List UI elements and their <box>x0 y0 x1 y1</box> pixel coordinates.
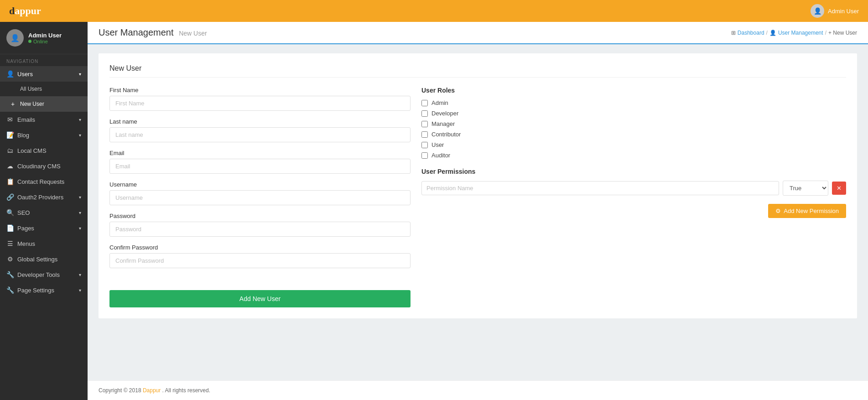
sidebar-item-seo[interactable]: 🔍 SEO ▾ <box>0 205 88 220</box>
contact-requests-icon: 📋 <box>6 178 14 185</box>
permission-value-select[interactable]: True False <box>783 181 828 196</box>
role-manager: Manager <box>421 120 846 127</box>
sidebar-item-cloudinary-cms[interactable]: ☁ Cloudinary CMS <box>0 158 88 174</box>
role-manager-label[interactable]: Manager <box>431 120 455 127</box>
role-auditor-label[interactable]: Auditor <box>431 152 450 159</box>
sidebar-all-users-label: All Users <box>20 86 42 92</box>
top-nav-user: 👤 Admin User <box>811 4 859 18</box>
remove-permission-button[interactable]: ✕ <box>832 182 846 195</box>
sidebar-local-cms-label: Local CMS <box>17 147 47 154</box>
username-input[interactable] <box>109 190 411 205</box>
menus-icon: ☰ <box>6 240 14 247</box>
sidebar-item-menus[interactable]: ☰ Menus <box>0 236 88 251</box>
footer-copyright: Copyright © 2018 <box>99 387 141 394</box>
sidebar-item-global-settings[interactable]: ⚙ Global Settings <box>0 251 88 267</box>
password-input[interactable] <box>109 222 411 237</box>
last-name-input[interactable] <box>109 127 411 142</box>
breadcrumb-bar: User Management New User ⊞ Dashboard / 👤… <box>88 22 868 44</box>
page-title: User Management New User <box>99 27 207 38</box>
add-permission-button[interactable]: ⚙ Add New Permission <box>768 204 846 218</box>
role-admin-checkbox[interactable] <box>421 100 428 106</box>
chevron-page-settings-icon: ▾ <box>79 288 81 293</box>
sidebar-item-local-cms[interactable]: 🗂 Local CMS <box>0 143 88 158</box>
role-developer-checkbox[interactable] <box>421 110 428 117</box>
role-contributor-checkbox[interactable] <box>421 131 428 138</box>
sidebar-item-page-settings[interactable]: 🔧 Page Settings ▾ <box>0 282 88 298</box>
top-nav-username: Admin User <box>828 8 859 15</box>
role-manager-checkbox[interactable] <box>421 121 428 127</box>
sidebar-user: 👤 Admin User Online <box>0 22 88 54</box>
page-settings-icon: 🔧 <box>6 286 14 294</box>
seo-icon: 🔍 <box>6 209 14 216</box>
emails-icon: ✉ <box>6 116 14 123</box>
sidebar-item-pages[interactable]: 📄 Pages ▾ <box>0 220 88 236</box>
role-admin-label[interactable]: Admin <box>431 99 448 106</box>
footer-rights: . All rights reserved. <box>162 387 210 394</box>
breadcrumb-new-user: + New User <box>828 30 857 36</box>
sidebar-item-new-user[interactable]: + New User <box>0 96 88 112</box>
confirm-password-row: Confirm Password <box>109 244 411 268</box>
sidebar-avatar: 👤 <box>6 29 24 47</box>
sidebar-username: Admin User <box>28 32 62 39</box>
role-auditor-checkbox[interactable] <box>421 152 428 159</box>
sidebar-item-developer-tools[interactable]: 🔧 Developer Tools ▾ <box>0 267 88 282</box>
sidebar-contact-requests-label: Contact Requests <box>17 178 64 185</box>
chevron-oauth2-icon: ▾ <box>79 195 81 200</box>
add-permission-label: Add New Permission <box>784 208 839 214</box>
last-name-label: Last name <box>109 118 411 125</box>
role-contributor-label[interactable]: Contributor <box>431 131 461 138</box>
breadcrumb-sep-2: / <box>825 30 826 36</box>
sidebar-item-oauth2[interactable]: 🔗 Oauth2 Providers ▾ <box>0 189 88 205</box>
role-developer: Developer <box>421 110 846 117</box>
breadcrumb-dashboard-link[interactable]: Dashboard <box>738 30 764 36</box>
sidebar-new-user-label: New User <box>20 101 44 107</box>
email-row: Email <box>109 150 411 174</box>
add-permission-icon: ⚙ <box>775 208 781 214</box>
sidebar-developer-tools-label: Developer Tools <box>17 271 60 278</box>
role-developer-label[interactable]: Developer <box>431 110 458 117</box>
sidebar-status: Online <box>28 39 62 44</box>
sidebar-item-emails[interactable]: ✉ Emails ▾ <box>0 112 88 127</box>
breadcrumb-user-mgmt-icon: 👤 <box>769 30 776 36</box>
permission-name-input[interactable] <box>421 181 779 195</box>
sidebar-blog-label: Blog <box>17 132 29 139</box>
email-input[interactable] <box>109 159 411 174</box>
breadcrumb-user-mgmt-link[interactable]: User Management <box>778 30 823 36</box>
role-user: User <box>421 141 846 148</box>
chevron-seo-icon: ▾ <box>79 210 81 215</box>
add-new-user-button[interactable]: Add New User <box>109 290 411 307</box>
footer: Copyright © 2018 Dappur . All rights res… <box>88 380 868 400</box>
status-dot <box>28 40 31 43</box>
role-user-checkbox[interactable] <box>421 142 428 148</box>
page-body: New User First Name Last name E <box>88 44 868 380</box>
new-user-icon: + <box>9 100 16 108</box>
breadcrumb-dashboard-icon: ⊞ <box>731 30 736 36</box>
app-logo[interactable]: dappur <box>9 5 41 17</box>
user-roles-section: User Roles Admin Developer <box>421 87 846 159</box>
form-layout: First Name Last name Email Username <box>109 87 846 275</box>
sidebar-emails-label: Emails <box>17 116 35 123</box>
users-icon: 👤 <box>6 70 14 78</box>
sidebar-item-all-users[interactable]: All Users <box>0 82 88 96</box>
sidebar-pages-label: Pages <box>17 225 34 232</box>
card-title: New User <box>109 64 846 78</box>
first-name-input[interactable] <box>109 96 411 111</box>
sidebar-item-blog[interactable]: 📝 Blog ▾ <box>0 127 88 143</box>
chevron-down-icon: ▾ <box>79 72 81 77</box>
sidebar-item-contact-requests[interactable]: 📋 Contact Requests <box>0 174 88 189</box>
sidebar: 👤 Admin User Online Navigation 👤 Users ▾… <box>0 22 88 400</box>
role-user-label[interactable]: User <box>431 141 444 148</box>
user-permissions-section: User Permissions True False ✕ ⚙ <box>421 168 846 218</box>
top-nav-avatar: 👤 <box>811 4 824 18</box>
footer-brand-link[interactable]: Dappur <box>143 387 161 394</box>
sidebar-page-settings-label: Page Settings <box>17 287 54 294</box>
confirm-password-input[interactable] <box>109 253 411 268</box>
sidebar-global-settings-label: Global Settings <box>17 256 57 263</box>
permission-row-1: True False ✕ <box>421 181 846 196</box>
sidebar-menus-label: Menus <box>17 240 35 247</box>
password-label: Password <box>109 213 411 219</box>
logo-d: d <box>9 5 15 16</box>
first-name-label: First Name <box>109 87 411 94</box>
sidebar-cloudinary-cms-label: Cloudinary CMS <box>17 163 61 170</box>
sidebar-item-users[interactable]: 👤 Users ▾ <box>0 66 88 82</box>
